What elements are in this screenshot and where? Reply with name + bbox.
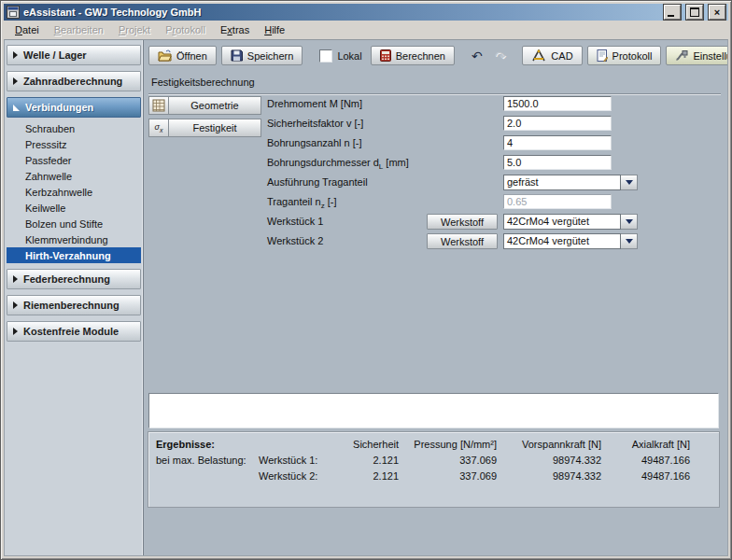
menu-bearbeiten: Bearbeiten bbox=[47, 22, 111, 37]
section-title: Festigkeitsberechnung bbox=[148, 74, 721, 94]
bohrungsdurchmesser-input[interactable] bbox=[503, 155, 612, 170]
menu-datei[interactable]: Datei bbox=[7, 22, 47, 37]
sidebar-item-bolzen-und-stifte[interactable]: Bolzen und Stifte bbox=[7, 216, 141, 231]
menu-hilfe[interactable]: Hilfe bbox=[257, 22, 292, 37]
chevron-down-icon bbox=[626, 180, 633, 185]
sidebar: Welle / Lager Zahnradberechnung Verbindu… bbox=[5, 40, 144, 555]
cad-button[interactable]: CAD bbox=[522, 46, 582, 65]
werkstoff2-button[interactable]: Werkstoff bbox=[427, 233, 498, 249]
sidebar-item-hirth-verzahnung[interactable]: Hirth-Verzahnung bbox=[7, 247, 141, 263]
calculate-button[interactable]: Berechnen bbox=[371, 46, 455, 65]
sidebar-item-kerbzahnwelle[interactable]: Kerbzahnwelle bbox=[7, 184, 141, 200]
save-button[interactable]: Speichern bbox=[221, 46, 303, 65]
document-icon bbox=[597, 49, 608, 62]
parameter-form: Drehmoment M [Nm] Sicherheitsfaktor v [-… bbox=[144, 96, 727, 250]
sidebar-item-passfeder[interactable]: Passfeder bbox=[7, 152, 141, 168]
open-button[interactable]: Öffnen bbox=[148, 46, 217, 65]
bohrungsdurchmesser-row: Bohrungsdurchmesser dL [mm] bbox=[144, 155, 727, 172]
sidebar-item-schrauben[interactable]: Schrauben bbox=[7, 120, 141, 136]
calculator-icon bbox=[380, 49, 391, 62]
app-window: eAssistant - GWJ Technology GmbH × Datei… bbox=[0, 0, 732, 560]
app-icon bbox=[7, 6, 20, 19]
ausfuehrung-traganteil-row: Ausführung Traganteil gefräst bbox=[144, 175, 727, 191]
chevron-right-icon bbox=[13, 328, 18, 335]
sidebar-section-riemenberechnung[interactable]: Riemenberechnung bbox=[7, 295, 141, 315]
sidebar-section-welle-lager[interactable]: Welle / Lager bbox=[7, 45, 141, 65]
toolbar: Öffnen Speichern Lokal Berechnen ↶ ↷ bbox=[148, 46, 723, 65]
message-box bbox=[148, 393, 719, 428]
werkstueck2-row: Werkstück 2 Werkstoff 42CrMo4 vergütet bbox=[144, 233, 727, 250]
chevron-expanded-icon bbox=[13, 105, 20, 111]
sidebar-item-keilwelle[interactable]: Keilwelle bbox=[7, 200, 141, 216]
verbindungen-items: Schrauben Presssitz Passfeder Zahnwelle … bbox=[7, 120, 141, 263]
cad-compass-icon bbox=[531, 49, 546, 62]
dropdown-button[interactable] bbox=[621, 214, 638, 230]
content-area: Welle / Lager Zahnradberechnung Verbindu… bbox=[4, 39, 728, 556]
settings-button[interactable]: Einstellungen bbox=[666, 46, 727, 65]
results-header-row: Ergebnisse: Sicherheit Pressung [N/mm²] … bbox=[156, 439, 693, 450]
tool-clamp-icon bbox=[675, 49, 688, 62]
minimize-button[interactable] bbox=[664, 5, 681, 20]
chevron-down-icon bbox=[626, 219, 633, 224]
chevron-right-icon bbox=[13, 51, 18, 59]
local-checkbox-label: Lokal bbox=[337, 50, 361, 62]
results-row-werkstueck1: bei max. Belastung: Werkstück 1: 2.121 3… bbox=[156, 455, 693, 466]
dropdown-button[interactable] bbox=[621, 175, 638, 190]
col-vorspannkraft: Vorspannkraft [N] bbox=[497, 439, 601, 450]
sidebar-section-verbindungen[interactable]: Verbindungen bbox=[7, 97, 141, 118]
protokoll-button[interactable]: Protokoll bbox=[587, 46, 662, 65]
col-pressung: Pressung [N/mm²] bbox=[399, 439, 497, 450]
maximize-icon bbox=[690, 7, 699, 17]
results-title: Ergebnisse: bbox=[156, 439, 259, 450]
col-axialkraft: Axialkraft [N] bbox=[601, 439, 690, 450]
sicherheitsfaktor-row: Sicherheitsfaktor v [-] bbox=[144, 116, 727, 133]
werkstoff2-dropdown[interactable]: 42CrMo4 vergütet bbox=[503, 233, 638, 249]
maximize-button[interactable] bbox=[686, 5, 703, 20]
sidebar-item-presssitz[interactable]: Presssitz bbox=[7, 136, 141, 152]
bohrungsanzahl-input[interactable] bbox=[503, 135, 612, 150]
menu-protokoll: Protokoll bbox=[158, 22, 213, 37]
col-sicherheit: Sicherheit bbox=[329, 439, 399, 450]
menu-projekt: Projekt bbox=[111, 22, 158, 37]
local-checkbox[interactable] bbox=[319, 49, 332, 63]
results-row-werkstueck2: Werkstück 2: 2.121 337.069 98974.332 494… bbox=[156, 470, 693, 482]
main-panel: Öffnen Speichern Lokal Berechnen ↶ ↷ bbox=[144, 40, 727, 555]
werkstueck1-row: Werkstück 1 Werkstoff 42CrMo4 vergütet bbox=[144, 214, 727, 231]
sidebar-section-zahnradberechnung[interactable]: Zahnradberechnung bbox=[7, 71, 141, 91]
chevron-right-icon bbox=[13, 77, 18, 85]
dropdown-button[interactable] bbox=[621, 233, 638, 249]
local-checkbox-group: Lokal bbox=[319, 49, 361, 63]
close-icon: × bbox=[714, 7, 720, 17]
menu-extras[interactable]: Extras bbox=[213, 22, 257, 37]
minimize-icon bbox=[668, 15, 674, 17]
chevron-right-icon bbox=[13, 301, 18, 309]
traganteil-dropdown[interactable]: gefräst bbox=[503, 175, 638, 190]
sicherheitsfaktor-input[interactable] bbox=[503, 116, 612, 131]
window-title: eAssistant - GWJ Technology GmbH bbox=[23, 7, 658, 18]
close-button[interactable]: × bbox=[709, 5, 725, 20]
titlebar: eAssistant - GWJ Technology GmbH × bbox=[4, 4, 728, 21]
drehmoment-input[interactable] bbox=[503, 96, 612, 111]
chevron-right-icon bbox=[13, 275, 18, 283]
save-floppy-icon bbox=[231, 49, 243, 62]
bohrungsanzahl-row: Bohrungsanzahl n [-] bbox=[144, 135, 727, 152]
drehmoment-row: Drehmoment M [Nm] bbox=[144, 96, 727, 113]
werkstoff1-dropdown[interactable]: 42CrMo4 vergütet bbox=[503, 214, 638, 230]
sidebar-item-zahnwelle[interactable]: Zahnwelle bbox=[7, 168, 141, 184]
traganteil-input bbox=[503, 194, 612, 209]
undo-button[interactable]: ↶ bbox=[468, 49, 486, 63]
sidebar-section-federberechnung[interactable]: Federberechnung bbox=[7, 269, 141, 289]
open-folder-icon bbox=[158, 49, 172, 62]
menubar: Datei Bearbeiten Projekt Protokoll Extra… bbox=[4, 21, 728, 39]
chevron-down-icon bbox=[626, 239, 633, 244]
redo-button: ↷ bbox=[491, 49, 510, 63]
sidebar-item-klemmverbindung[interactable]: Klemmverbindung bbox=[7, 231, 141, 247]
werkstoff1-button[interactable]: Werkstoff bbox=[427, 214, 498, 230]
sidebar-section-kostenfreie-module[interactable]: Kostenfreie Module bbox=[7, 321, 141, 342]
traganteil-row: Traganteil nz [-] bbox=[144, 194, 727, 211]
results-panel: Ergebnisse: Sicherheit Pressung [N/mm²] … bbox=[148, 431, 720, 508]
